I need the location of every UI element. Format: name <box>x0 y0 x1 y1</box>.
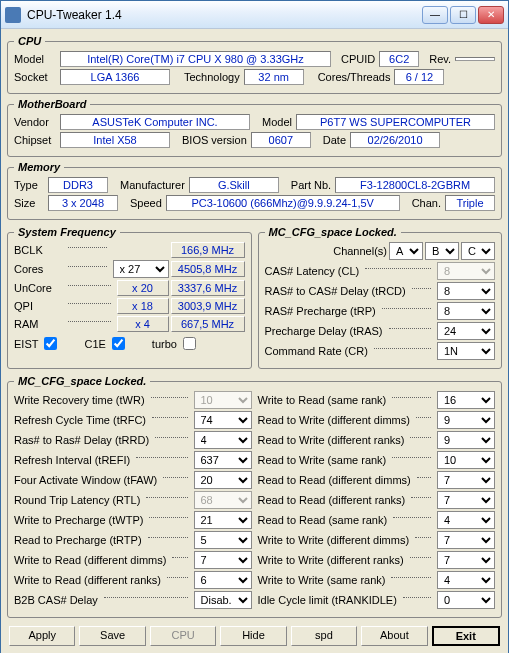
date-label: Date <box>323 134 346 146</box>
memory-group: Memory Type DDR3 Manufacturer G.Skill Pa… <box>7 161 502 220</box>
eist-checkbox[interactable] <box>44 337 57 350</box>
timing-right-select[interactable]: 7 <box>437 471 495 489</box>
save-button[interactable]: Save <box>79 626 145 646</box>
channel-c-select[interactable]: C <box>461 242 495 260</box>
bios-label: BIOS version <box>182 134 247 146</box>
timing-left-row: B2B CAS# DelayDisab. <box>14 591 252 609</box>
spd-button[interactable]: spd <box>291 626 357 646</box>
ram-mult: x 4 <box>117 316 169 332</box>
c1e-label: C1E <box>84 338 105 350</box>
timing-left-label: Refresh Interval (tREFI) <box>14 454 130 466</box>
rev-label: Rev. <box>429 53 451 65</box>
qpi-freq: 3003,9 MHz <box>171 298 245 314</box>
cores-mult-select[interactable]: x 27 <box>113 260 169 278</box>
timing-left-label: B2B CAS# Delay <box>14 594 98 606</box>
timing-right-label: Read to Write (different dimms) <box>258 414 410 426</box>
mem-part-label: Part Nb. <box>291 179 331 191</box>
channel-b-select[interactable]: B <box>425 242 459 260</box>
timing-left-label: Read to Precharge (tRTP) <box>14 534 142 546</box>
chipset-label: Chipset <box>14 134 56 146</box>
minimize-button[interactable]: — <box>422 6 448 24</box>
cl-label: CAS# Latency (CL) <box>265 265 360 277</box>
socket-label: Socket <box>14 71 56 83</box>
cr-select[interactable]: 1N <box>437 342 495 360</box>
timing-right-select[interactable]: 7 <box>437 551 495 569</box>
button-bar: Apply Save CPU Hide spd About Exit <box>7 622 502 650</box>
timing-left-select[interactable]: 68 <box>194 491 252 509</box>
mccfg1-legend: MC_CFG_space Locked. <box>265 226 401 238</box>
trcd-select[interactable]: 8 <box>437 282 495 300</box>
c1e-checkbox[interactable] <box>112 337 125 350</box>
qpi-mult: x 18 <box>117 298 169 314</box>
timing-left-row: Four Activate Window (tFAW)20 <box>14 471 252 489</box>
hide-button[interactable]: Hide <box>220 626 286 646</box>
timing-right-label: Write to Read (same rank) <box>258 394 387 406</box>
mem-size-label: Size <box>14 197 44 209</box>
about-button[interactable]: About <box>361 626 427 646</box>
apply-button[interactable]: Apply <box>9 626 75 646</box>
turbo-checkbox[interactable] <box>183 337 196 350</box>
timing-right-row: Read to Read (same rank)4 <box>258 511 496 529</box>
close-button[interactable]: ✕ <box>478 6 504 24</box>
timing-left-select[interactable]: 10 <box>194 391 252 409</box>
rev-value <box>455 57 495 61</box>
timing-right-row: Idle Cycle limit (tRANKIDLE)0 <box>258 591 496 609</box>
cores-label: Cores <box>14 263 62 275</box>
trp-label: RAS# Precharge (tRP) <box>265 305 376 317</box>
timing-left-select[interactable]: 74 <box>194 411 252 429</box>
ct-label: Cores/Threads <box>318 71 391 83</box>
timing-left-select[interactable]: Disab. <box>194 591 252 609</box>
date-value: 02/26/2010 <box>350 132 440 148</box>
trp-select[interactable]: 8 <box>437 302 495 320</box>
timing-left-select[interactable]: 20 <box>194 471 252 489</box>
tras-label: Precharge Delay (tRAS) <box>265 325 383 337</box>
content: CPU Model Intel(R) Core(TM) i7 CPU X 980… <box>1 29 508 653</box>
chipset-value: Intel X58 <box>60 132 170 148</box>
exit-button[interactable]: Exit <box>432 626 500 646</box>
timing-right-select[interactable]: 10 <box>437 451 495 469</box>
timing-left-select[interactable]: 6 <box>194 571 252 589</box>
channel-label: Channel(s) <box>333 245 387 257</box>
cpuid-label: CPUID <box>341 53 375 65</box>
channel-a-select[interactable]: A <box>389 242 423 260</box>
timing-right-select[interactable]: 9 <box>437 411 495 429</box>
timing-right-select[interactable]: 0 <box>437 591 495 609</box>
window-title: CPU-Tweaker 1.4 <box>27 8 422 22</box>
timing-right-select[interactable]: 16 <box>437 391 495 409</box>
app-icon <box>5 7 21 23</box>
timing-right-row: Write to Read (same rank)16 <box>258 391 496 409</box>
timing-right-select[interactable]: 9 <box>437 431 495 449</box>
timing-right-label: Write to Write (same rank) <box>258 574 386 586</box>
timing-right-select[interactable]: 4 <box>437 511 495 529</box>
tras-select[interactable]: 24 <box>437 322 495 340</box>
timing-right-select[interactable]: 7 <box>437 491 495 509</box>
uncore-mult: x 20 <box>117 280 169 296</box>
ct-value: 6 / 12 <box>394 69 444 85</box>
timing-left-select[interactable]: 5 <box>194 531 252 549</box>
ram-label: RAM <box>14 318 62 330</box>
timing-left-select[interactable]: 21 <box>194 511 252 529</box>
timing-left-label: Write to Precharge (tWTP) <box>14 514 143 526</box>
cpu-button[interactable]: CPU <box>150 626 216 646</box>
titlebar[interactable]: CPU-Tweaker 1.4 — ☐ ✕ <box>1 1 508 29</box>
timing-left-label: Refresh Cycle Time (tRFC) <box>14 414 146 426</box>
timing-right-select[interactable]: 7 <box>437 531 495 549</box>
mccfg-top-group: MC_CFG_space Locked. Channel(s) A B C CA… <box>258 226 503 369</box>
mem-mfr-value: G.Skill <box>189 177 279 193</box>
timing-left-select[interactable]: 7 <box>194 551 252 569</box>
eist-label: EIST <box>14 338 38 350</box>
timing-left-label: Write to Read (different dimms) <box>14 554 166 566</box>
timing-right-label: Read to Write (same rank) <box>258 454 387 466</box>
timing-left-select[interactable]: 4 <box>194 431 252 449</box>
timing-right-label: Read to Read (different ranks) <box>258 494 406 506</box>
timing-right-label: Read to Read (different dimms) <box>258 474 411 486</box>
timing-left-row: Round Trip Latency (RTL)68 <box>14 491 252 509</box>
mccfg-bottom-group: MC_CFG_space Locked. Write Recovery time… <box>7 375 502 618</box>
maximize-button[interactable]: ☐ <box>450 6 476 24</box>
timing-left-select[interactable]: 637 <box>194 451 252 469</box>
timing-right-select[interactable]: 4 <box>437 571 495 589</box>
timing-left-row: Write to Precharge (tWTP)21 <box>14 511 252 529</box>
app-window: CPU-Tweaker 1.4 — ☐ ✕ CPU Model Intel(R)… <box>0 0 509 653</box>
sysfreq-legend: System Frequency <box>14 226 120 238</box>
cl-select[interactable]: 8 <box>437 262 495 280</box>
